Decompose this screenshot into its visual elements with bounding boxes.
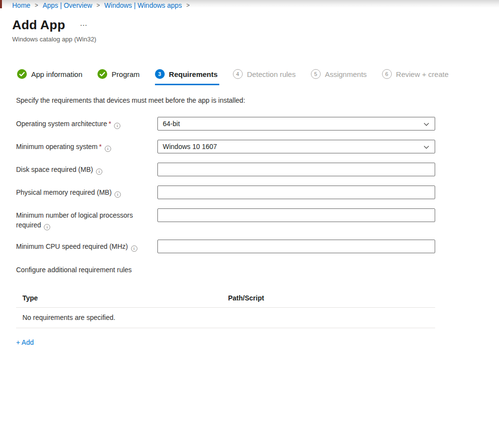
breadcrumb-separator-icon: > [35, 1, 38, 10]
step-assignments: 5 Assignments [311, 69, 368, 85]
chevron-down-icon [423, 144, 430, 150]
step-number-badge: 4 [233, 69, 243, 79]
page-subtitle: Windows catalog app (Win32) [12, 36, 499, 43]
step-app-information[interactable]: App information [17, 69, 84, 85]
check-circle-icon [17, 69, 27, 79]
dropdown-value: 64-bit [163, 120, 180, 128]
info-icon[interactable] [44, 224, 50, 230]
form-intro-text: Specify the requirements that devices mu… [16, 96, 435, 104]
form-row: Disk space required (MB) [16, 163, 435, 176]
required-asterisk: * [99, 143, 101, 150]
info-icon[interactable] [115, 191, 121, 198]
disk-space-input[interactable] [157, 163, 435, 176]
additional-rules-note: Configure additional requirement rules [16, 266, 435, 274]
dropdown-value: Windows 10 1607 [163, 143, 217, 150]
table-divider [16, 328, 435, 328]
step-label: Detection rules [247, 70, 296, 78]
physical-memory-label: Physical memory required (MB) [16, 186, 157, 198]
requirements-form: Specify the requirements that devices mu… [16, 96, 435, 347]
table-empty-message: No requirements are specified. [16, 308, 435, 328]
step-program[interactable]: Program [97, 69, 141, 85]
step-label: App information [31, 70, 82, 78]
info-icon[interactable] [105, 146, 111, 152]
step-number-badge: 3 [155, 69, 165, 79]
os-architecture-label: Operating system architecture* [16, 117, 157, 129]
info-icon[interactable] [96, 168, 102, 175]
breadcrumb-home[interactable]: Home [12, 1, 30, 10]
form-row: Physical memory required (MB) [16, 186, 435, 199]
column-header-type: Type [16, 289, 222, 307]
logical-processors-input[interactable] [157, 208, 435, 222]
disk-space-label: Disk space required (MB) [16, 163, 157, 175]
logical-processors-label: Minimum number of logical processors req… [16, 208, 157, 230]
step-label: Requirements [169, 70, 218, 78]
step-label: Assignments [325, 70, 367, 78]
info-icon[interactable] [114, 123, 120, 129]
form-row: Minimum operating system* Windows 10 160… [16, 140, 435, 153]
page-title: Add App [12, 18, 65, 33]
form-row: Minimum number of logical processors req… [16, 208, 435, 230]
required-asterisk: * [109, 120, 111, 128]
page-header: Add App ⋯ [12, 18, 499, 33]
step-number-badge: 5 [311, 69, 321, 79]
form-row: Minimum CPU speed required (MHz) [16, 240, 435, 253]
step-review-create: 6 Review + create [382, 69, 450, 85]
wizard-steps: App information Program 3 Requirements 4… [17, 69, 499, 85]
os-architecture-dropdown[interactable]: 64-bit [157, 117, 435, 131]
step-number-badge: 6 [382, 69, 392, 79]
info-icon[interactable] [131, 245, 137, 252]
add-requirement-button[interactable]: + Add [16, 338, 34, 346]
breadcrumb-separator-icon: > [96, 1, 100, 10]
form-row: Operating system architecture* 64-bit [16, 117, 435, 131]
step-label: Program [112, 70, 140, 78]
breadcrumb-separator-icon: > [186, 1, 190, 10]
check-circle-icon [97, 69, 107, 79]
cpu-speed-label: Minimum CPU speed required (MHz) [16, 240, 157, 252]
step-detection-rules: 4 Detection rules [233, 69, 297, 85]
breadcrumb: Home > Apps | Overview > Windows | Windo… [12, 1, 499, 10]
table-header-row: Type Path/Script [16, 289, 435, 307]
cpu-speed-input[interactable] [157, 240, 435, 253]
breadcrumb-apps-overview[interactable]: Apps | Overview [42, 1, 92, 10]
physical-memory-input[interactable] [157, 186, 435, 199]
minimum-os-dropdown[interactable]: Windows 10 1607 [157, 140, 435, 153]
column-header-path-script: Path/Script [222, 289, 435, 307]
breadcrumb-windows-apps[interactable]: Windows | Windows apps [104, 1, 182, 10]
more-options-button[interactable]: ⋯ [80, 23, 88, 28]
step-requirements[interactable]: 3 Requirements [155, 69, 219, 85]
add-app-page: Home > Apps | Overview > Windows | Windo… [0, 0, 499, 347]
requirement-rules-table: Type Path/Script No requirements are spe… [16, 289, 435, 328]
chevron-down-icon [423, 121, 430, 128]
minimum-os-label: Minimum operating system* [16, 140, 157, 152]
step-label: Review + create [396, 70, 449, 78]
